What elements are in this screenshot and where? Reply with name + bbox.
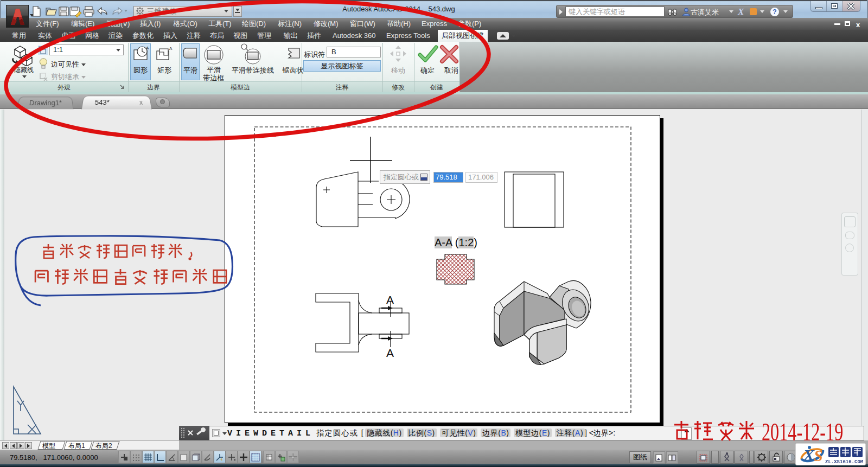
svg-text:A: A <box>169 46 173 51</box>
svg-text:A: A <box>146 46 149 50</box>
